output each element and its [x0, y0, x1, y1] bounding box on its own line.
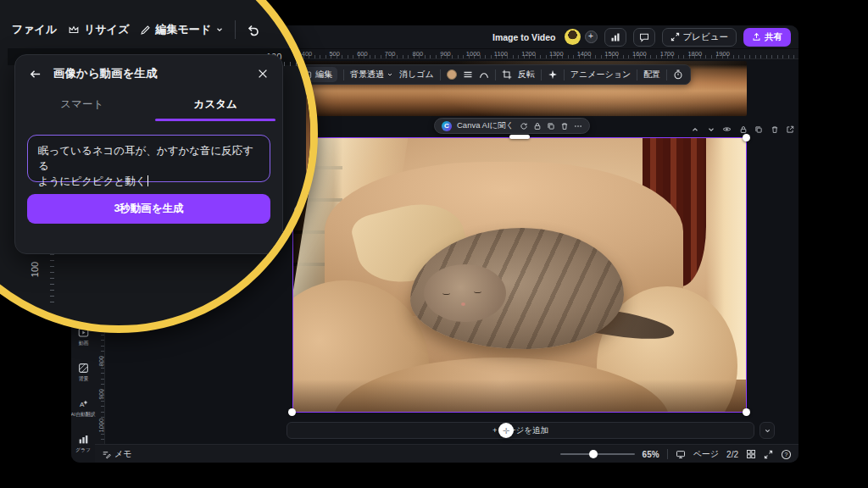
collapse-pages-button[interactable] [760, 422, 775, 439]
selection-handle-bottom-left[interactable] [288, 408, 296, 416]
preview-button[interactable]: プレビュー [662, 28, 737, 47]
flip-label: 反転 [518, 69, 535, 80]
hruler-label: 1900 [715, 50, 730, 58]
divider [666, 69, 667, 80]
avatar[interactable] [565, 29, 581, 45]
undo-button[interactable] [247, 23, 260, 36]
page-controls [691, 123, 794, 136]
divider [343, 69, 344, 80]
lock-button[interactable] [533, 122, 542, 130]
file-menu[interactable]: ファイル [12, 22, 57, 37]
move-page-up-button[interactable] [691, 125, 699, 134]
regenerate-button[interactable] [520, 122, 528, 130]
svg-text:?: ? [785, 451, 788, 457]
edit-mode-menu-label: 編集モード [155, 22, 211, 37]
tab-custom[interactable]: カスタム [149, 92, 283, 121]
export-page-button[interactable] [786, 125, 794, 134]
curve-icon[interactable] [479, 69, 489, 80]
preview-label: プレビュー [683, 31, 728, 43]
delete-page-button[interactable] [771, 125, 779, 134]
effects-icon[interactable] [548, 69, 558, 80]
panel-tabs: スマート カスタム [15, 92, 282, 121]
status-bar: メモ 65% ページ 2/2 ? [95, 444, 798, 463]
more-button[interactable] [574, 122, 582, 130]
translate-icon: A [78, 398, 89, 409]
cat-eye-left [442, 291, 450, 295]
duplicate-button[interactable] [547, 122, 555, 130]
hide-page-button[interactable] [722, 125, 732, 134]
bg-remove-button[interactable]: 背景透過 [350, 69, 393, 80]
analytics-button[interactable] [604, 28, 626, 47]
selection-handle-top-center[interactable] [509, 135, 530, 139]
close-icon[interactable] [257, 68, 269, 80]
back-icon[interactable] [29, 68, 42, 80]
image-to-video-panel: 画像から動画を生成 スマート カスタム 眠っているネコの耳が、かすかな音に反応す… [14, 54, 283, 254]
resize-menu[interactable]: リサイズ [68, 22, 129, 37]
adjust-icon[interactable] [463, 69, 473, 80]
hruler-label: 400 [302, 50, 313, 58]
undo-icon [247, 23, 260, 36]
share-button[interactable]: 共有 [743, 28, 791, 47]
delete-button[interactable] [560, 122, 569, 130]
cat-head [424, 264, 505, 322]
fullscreen-icon[interactable] [764, 450, 773, 459]
hruler-label: 700 [385, 50, 396, 58]
grid-view-icon[interactable] [746, 449, 756, 459]
move-page-down-button[interactable] [707, 125, 715, 134]
tab-smart[interactable]: スマート [15, 92, 149, 121]
hruler-label: 600 [357, 50, 368, 58]
hruler-label: 1000 [466, 50, 481, 58]
add-member-button[interactable]: + [585, 30, 598, 43]
edit-mode-menu[interactable]: 編集モード [140, 22, 224, 37]
screenshot-stage: Image to Video + プレビュー 共有 40050060070080… [0, 0, 868, 488]
duplicate-page-button[interactable] [754, 125, 763, 134]
hruler-label: 800 [413, 50, 424, 58]
canva-ai-pill: C Canva AIに聞く [434, 118, 590, 134]
prompt-textarea[interactable]: 眠っているネコの耳が、かすかな音に反応する ようにピクピクと動く [27, 135, 270, 182]
zoom-slider-knob[interactable] [589, 450, 598, 458]
page-view-icon[interactable] [676, 449, 686, 459]
flip-button[interactable]: 反転 [518, 69, 535, 80]
page-2-cat-image[interactable] [292, 137, 747, 413]
mode-label: Image to Video [492, 32, 556, 42]
share-label: 共有 [765, 31, 782, 43]
crop-icon[interactable] [502, 69, 512, 80]
divider [440, 69, 441, 80]
eraser-button[interactable]: 消しゴム [399, 69, 434, 80]
zoom-level: 65% [643, 450, 659, 459]
divider [667, 449, 668, 459]
help-icon[interactable]: ? [781, 449, 792, 460]
generate-video-button[interactable]: 3秒動画を生成 [27, 194, 270, 224]
animation-button[interactable]: アニメーション [570, 69, 631, 80]
notes-label: メモ [114, 448, 131, 460]
chevron-down-icon [215, 25, 224, 34]
sidebar-item-ai-translate[interactable]: A AI自動翻訳 [71, 391, 95, 425]
more-icon [574, 122, 582, 130]
lock-icon [533, 122, 542, 130]
prompt-line-2: ようにピクピクと動く [38, 175, 147, 187]
canva-ai-label[interactable]: Canva AIに聞く [457, 120, 515, 131]
trash-icon [560, 122, 569, 130]
selection-handle-top-right[interactable] [743, 134, 750, 141]
comments-button[interactable] [633, 28, 655, 47]
hruler-label: 900 [440, 50, 451, 58]
chevron-down-icon [387, 71, 393, 78]
sidebar-item-label: 背景 [78, 375, 88, 382]
notes-button[interactable]: メモ [102, 445, 131, 463]
chart-icon [78, 434, 89, 445]
upload-icon [752, 32, 761, 42]
lock-page-button[interactable] [739, 125, 748, 134]
color-swatch[interactable] [447, 69, 457, 80]
tab-custom-label: カスタム [194, 98, 237, 110]
add-page-button[interactable]: + ページを追加 [287, 422, 754, 439]
sidebar-item-background[interactable]: 背景 [71, 356, 95, 390]
bg-remove-label: 背景透過 [350, 69, 384, 80]
position-button[interactable]: 配置 [643, 69, 660, 80]
canva-logo-icon: C [442, 121, 452, 131]
timer-icon[interactable] [673, 69, 683, 80]
zoom-slider[interactable] [560, 453, 635, 455]
selection-handle-bottom-right[interactable] [743, 408, 750, 416]
file-menu-label: ファイル [12, 22, 57, 37]
notes-icon [102, 450, 111, 459]
sidebar-item-charts[interactable]: グラフ [71, 427, 95, 461]
